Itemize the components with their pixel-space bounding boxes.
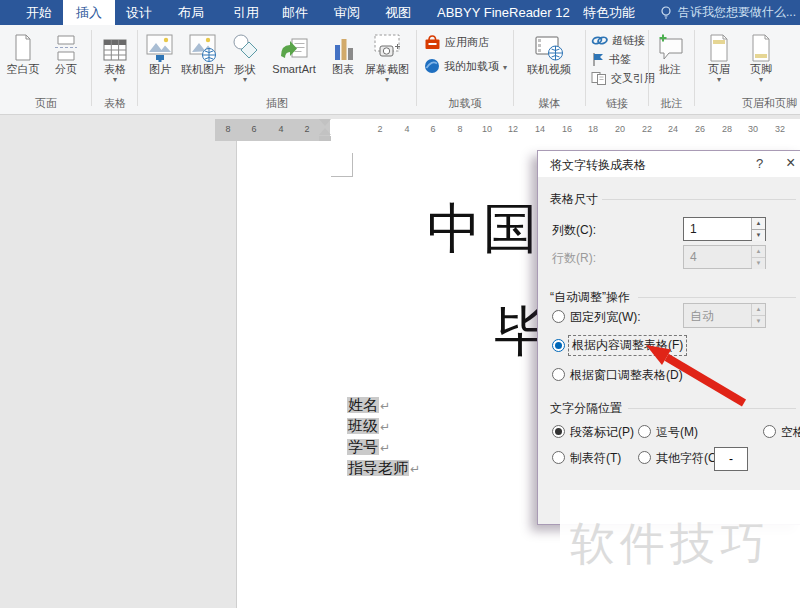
paragraph-mark-radio[interactable] <box>552 425 565 438</box>
left-indent-marker[interactable] <box>319 136 331 141</box>
spinner-buttons[interactable]: ▲▼ <box>751 218 765 240</box>
chart-icon <box>326 29 360 63</box>
autofit-section-label: “自动调整”操作 <box>550 289 630 306</box>
chart-label: 图表 <box>332 63 354 75</box>
selected-text-line[interactable]: 指导老师↵ <box>347 459 420 480</box>
screenshot-button[interactable]: 屏幕截图 ▾ <box>362 29 412 84</box>
page-break-icon <box>46 29 86 63</box>
rows-label: 行数(R): <box>552 250 596 267</box>
spin-up-icon[interactable]: ▲ <box>752 218 765 230</box>
group-label-header-footer: 页眉和页脚 <box>742 96 800 111</box>
picture-button[interactable]: 图片 <box>141 29 179 75</box>
dialog-help-button[interactable]: ? <box>756 156 763 171</box>
selected-text-line[interactable]: 姓名↵ <box>347 396 420 417</box>
comma-radio[interactable] <box>638 425 651 438</box>
tell-me-search[interactable]: 告诉我您想要做什么... <box>660 0 796 25</box>
fit-content-radio[interactable] <box>552 339 565 352</box>
tab-label[interactable]: 制表符(T) <box>570 450 621 467</box>
online-video-button[interactable]: 联机视频 <box>517 29 581 75</box>
shapes-button[interactable]: 形状 ▾ <box>228 29 262 84</box>
ribbon-tab[interactable]: 特色功能 <box>583 0 635 25</box>
ribbon-tab[interactable]: 引用 <box>233 0 259 25</box>
ribbon-tab[interactable]: 设计 <box>126 0 152 25</box>
ribbon-tab[interactable]: 视图 <box>385 0 411 25</box>
bookmark-button[interactable]: 书签 <box>591 51 631 67</box>
paragraph-mark-label[interactable]: 段落标记(P) <box>570 424 634 441</box>
my-addins-button[interactable]: 我的加载项 ▾ <box>424 58 507 74</box>
group-divider <box>416 30 417 106</box>
screenshot-icon <box>362 29 412 63</box>
tell-me-search-text[interactable]: 告诉我您想要做什么... <box>678 4 796 21</box>
ribbon-tab[interactable]: ABBYY FineReader 12 <box>437 0 570 25</box>
ruler-number: 12 <box>506 124 520 134</box>
group-label-addins: 加载项 <box>417 96 513 111</box>
selected-text[interactable]: 指导老师 <box>347 460 409 476</box>
comment-button[interactable]: 批注 <box>650 29 690 75</box>
ruler-number: 24 <box>666 124 680 134</box>
ruler-number: 8 <box>453 124 467 134</box>
ribbon-tab[interactable]: 插入 <box>63 0 115 25</box>
watermark-text: 软件技巧 <box>570 514 770 574</box>
fit-window-radio[interactable] <box>552 368 565 381</box>
selected-text[interactable]: 班级 <box>347 418 379 434</box>
selected-text-line[interactable]: 学号↵ <box>347 438 420 459</box>
spin-down-icon: ▼ <box>752 316 765 327</box>
ruler-number: 16 <box>560 124 574 134</box>
hyperlink-button[interactable]: 超链接 <box>591 32 645 48</box>
dropdown-caret-icon: ▾ <box>94 75 136 84</box>
header-button[interactable]: 页眉 ▾ <box>700 29 738 84</box>
ruler-number: 4 <box>274 124 288 134</box>
selected-text-line[interactable]: 班级↵ <box>347 417 420 438</box>
document-heading-text[interactable]: 中国 <box>427 193 539 266</box>
blank-page-button[interactable]: 空白页 <box>2 29 44 75</box>
online-pictures-icon <box>180 29 226 63</box>
ruler-number: 30 <box>746 124 760 134</box>
ruler-number: 2 <box>373 124 387 134</box>
footer-button[interactable]: 页脚 ▾ <box>742 29 780 84</box>
selected-text[interactable]: 学号 <box>347 439 379 455</box>
chart-button[interactable]: 图表 <box>326 29 360 75</box>
dropdown-caret-icon: ▾ <box>503 63 507 72</box>
selected-text[interactable]: 姓名 <box>347 397 379 413</box>
footer-label: 页脚 <box>750 63 772 75</box>
fixed-width-radio[interactable] <box>552 310 565 323</box>
margin-corner-mark <box>331 176 353 177</box>
space-label[interactable]: 空格 <box>781 424 800 441</box>
ribbon-tab[interactable]: 邮件 <box>282 0 308 25</box>
columns-value[interactable]: 1 <box>684 218 751 240</box>
app-store-button[interactable]: 应用商店 <box>424 34 489 50</box>
group-label-links: 链接 <box>586 96 648 111</box>
space-radio[interactable] <box>763 425 776 438</box>
group-divider <box>137 30 138 106</box>
fixed-width-label[interactable]: 固定列宽(W): <box>570 309 641 326</box>
table-button[interactable]: 表格 ▾ <box>94 29 136 84</box>
table-size-section-label: 表格尺寸 <box>550 191 598 208</box>
table-icon <box>94 29 136 63</box>
other-char-radio[interactable] <box>638 451 651 464</box>
ruler-number: 6 <box>247 124 261 134</box>
other-char-input[interactable] <box>714 447 748 471</box>
group-divider <box>91 30 92 106</box>
smartart-button[interactable]: SmartArt <box>264 29 324 75</box>
page-break-button[interactable]: 分页 <box>46 29 86 75</box>
tab-radio[interactable] <box>552 451 565 464</box>
dialog-title-bar[interactable]: 将文字转换成表格 ? × <box>538 151 800 177</box>
dialog-title: 将文字转换成表格 <box>550 157 646 174</box>
hanging-indent-marker[interactable] <box>319 128 331 135</box>
comma-label[interactable]: 逗号(M) <box>656 424 698 441</box>
picture-icon <box>141 29 179 63</box>
first-line-indent-marker[interactable] <box>319 119 331 126</box>
ribbon-tab[interactable]: 开始 <box>26 0 52 25</box>
dialog-close-button[interactable]: × <box>786 154 795 172</box>
online-video-icon <box>517 29 581 63</box>
lightbulb-icon <box>660 6 672 20</box>
columns-spinner[interactable]: 1 ▲▼ <box>683 217 766 241</box>
ruler-number: 2 <box>300 124 314 134</box>
spin-down-icon[interactable]: ▼ <box>752 230 765 241</box>
online-pictures-button[interactable]: 联机图片 <box>180 29 226 75</box>
selected-text-block[interactable]: 姓名↵ 班级↵ 学号↵ 指导老师↵ <box>347 396 420 480</box>
rows-value: 4 <box>684 246 751 268</box>
ribbon-tab[interactable]: 审阅 <box>334 0 360 25</box>
ribbon-tab[interactable]: 布局 <box>178 0 204 25</box>
cross-reference-button[interactable]: 交叉引用 <box>591 70 655 86</box>
